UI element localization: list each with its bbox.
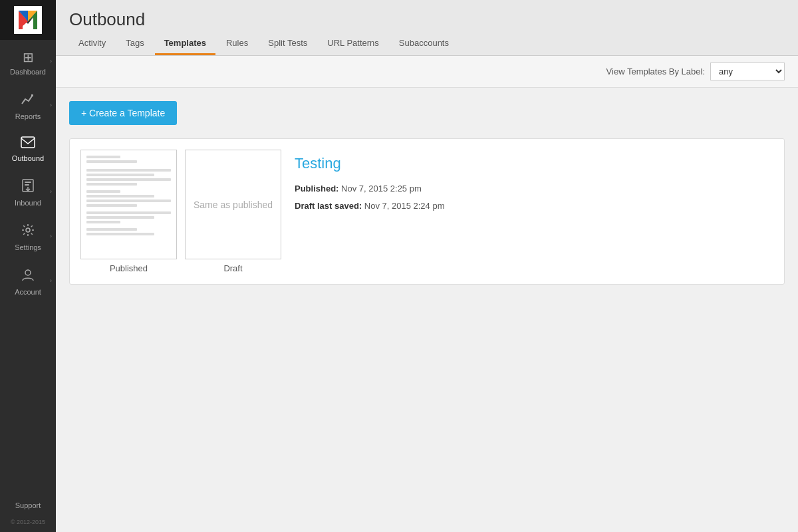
tab-templates[interactable]: Templates: [155, 33, 215, 55]
template-info: Testing Published: Nov 7, 2015 2:25 pm D…: [295, 150, 773, 220]
tab-rules[interactable]: Rules: [217, 33, 257, 55]
chevron-icon: ›: [50, 188, 52, 195]
svg-rect-8: [21, 137, 35, 148]
published-meta: Published: Nov 7, 2015 2:25 pm: [295, 180, 773, 198]
published-meta-label: Published:: [295, 184, 338, 194]
page-title: Outbound: [56, 0, 798, 30]
svg-rect-10: [25, 182, 31, 183]
account-icon: [21, 267, 35, 285]
sidebar-item-label: Account: [15, 288, 41, 296]
tab-subaccounts[interactable]: Subaccounts: [390, 33, 458, 55]
header: Outbound Activity Tags Templates Rules S…: [56, 0, 798, 56]
template-card: Published Same as published Draft Testin…: [69, 138, 785, 285]
chevron-icon: ›: [50, 233, 52, 239]
sidebar-item-settings[interactable]: Settings ›: [0, 213, 56, 258]
tab-split-tests[interactable]: Split Tests: [259, 33, 317, 55]
sidebar-item-support[interactable]: Support: [0, 495, 56, 516]
settings-icon: [21, 223, 35, 241]
draft-meta-label: Draft last saved:: [295, 201, 362, 211]
draft-meta-date: Nov 7, 2015 2:24 pm: [364, 201, 445, 211]
chevron-icon: ›: [50, 102, 52, 108]
sidebar-item-account[interactable]: Account ›: [0, 258, 56, 303]
tab-tags[interactable]: Tags: [116, 33, 153, 55]
draft-thumbnail: Same as published: [185, 150, 281, 259]
draft-preview[interactable]: Same as published Draft: [185, 150, 281, 273]
sidebar-item-inbound[interactable]: Inbound ›: [0, 169, 56, 213]
inbound-icon: [21, 178, 35, 196]
logo: [14, 6, 42, 34]
template-preview-group: Published Same as published Draft: [80, 150, 281, 273]
tab-activity[interactable]: Activity: [69, 33, 115, 55]
sidebar-copyright: © 2012-2015: [0, 516, 56, 528]
draft-meta: Draft last saved: Nov 7, 2015 2:24 pm: [295, 198, 773, 215]
outbound-icon: [21, 136, 35, 152]
published-thumbnail: [80, 150, 177, 259]
template-name[interactable]: Testing: [295, 155, 773, 172]
label-filter-label: View Templates By Label:: [606, 66, 705, 76]
sidebar-item-label: Outbound: [12, 154, 44, 162]
dashboard-icon: ⊞: [23, 49, 34, 65]
published-label: Published: [110, 263, 148, 273]
content-area: + Create a Template: [56, 88, 798, 532]
chevron-icon: ›: [50, 277, 52, 284]
tab-url-patterns[interactable]: URL Patterns: [318, 33, 388, 55]
published-meta-date: Nov 7, 2015 2:25 pm: [341, 184, 422, 194]
create-template-button[interactable]: + Create a Template: [69, 101, 177, 125]
sidebar-item-label: Inbound: [15, 199, 41, 207]
draft-label: Draft: [223, 263, 242, 273]
template-meta: Published: Nov 7, 2015 2:25 pm Draft las…: [295, 180, 773, 215]
reports-icon: [21, 92, 35, 110]
toolbar: View Templates By Label: any newsletter …: [56, 56, 798, 88]
sidebar-item-label: Settings: [15, 243, 41, 251]
logo-area[interactable]: [0, 0, 56, 40]
sidebar-item-reports[interactable]: Reports ›: [0, 82, 56, 127]
sidebar-item-dashboard[interactable]: ⊞ Dashboard ›: [0, 40, 56, 82]
label-filter-select[interactable]: any newsletter transactional promotional: [710, 63, 785, 80]
svg-rect-11: [25, 184, 29, 186]
svg-point-12: [26, 228, 30, 232]
published-preview[interactable]: Published: [80, 150, 177, 273]
label-filter: View Templates By Label: any newsletter …: [606, 63, 785, 80]
nav-tabs: Activity Tags Templates Rules Split Test…: [56, 33, 798, 55]
sidebar-item-label: Dashboard: [10, 68, 46, 76]
sidebar-item-label: Reports: [15, 112, 41, 120]
svg-point-13: [25, 270, 31, 275]
main-content: Outbound Activity Tags Templates Rules S…: [56, 0, 798, 532]
sidebar: ⊞ Dashboard › Reports › Outbound: [0, 0, 56, 532]
chevron-icon: ›: [50, 58, 52, 65]
sidebar-item-outbound[interactable]: Outbound: [0, 127, 56, 169]
